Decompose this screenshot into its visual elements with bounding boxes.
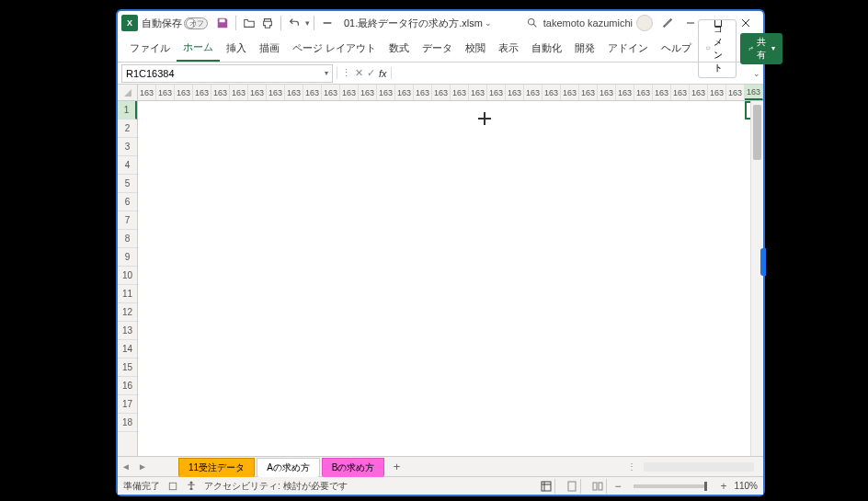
ribbon-mode-icon[interactable] — [658, 14, 677, 32]
sheet-menu-icon[interactable]: ⋮ — [620, 461, 644, 472]
column-header[interactable]: 163 — [561, 85, 579, 100]
row-header[interactable]: 12 — [118, 303, 137, 322]
column-header[interactable]: 163 — [359, 85, 377, 100]
column-header[interactable]: 163 — [340, 85, 359, 100]
cancel-formula-icon[interactable]: ✕ — [355, 67, 363, 79]
macro-record-icon[interactable] — [167, 481, 178, 492]
tab-home[interactable]: ホーム — [177, 35, 220, 62]
cells-area[interactable] — [138, 101, 763, 456]
insert-function-icon[interactable]: fx — [379, 68, 387, 79]
tab-draw[interactable]: 描画 — [253, 36, 286, 61]
row-header[interactable]: 13 — [118, 322, 137, 340]
tab-file[interactable]: ファイル — [123, 36, 177, 61]
undo-icon[interactable] — [285, 14, 303, 32]
column-header[interactable]: 163 — [506, 85, 524, 100]
tab-addins[interactable]: アドイン — [601, 36, 655, 61]
normal-view-icon[interactable] — [537, 479, 555, 494]
account-avatar[interactable] — [636, 15, 653, 31]
zoom-out-button[interactable]: − — [614, 480, 621, 493]
column-header[interactable]: 163 — [156, 85, 175, 100]
zoom-slider[interactable] — [634, 484, 707, 488]
open-icon[interactable] — [240, 14, 258, 32]
filename[interactable]: 01.最終データ行の求め方.xlsm — [344, 17, 483, 30]
undo-dropdown-icon[interactable]: ▾ — [305, 18, 310, 28]
name-box-dropdown-icon[interactable]: ▾ — [325, 69, 328, 77]
column-header[interactable]: 163 — [524, 85, 542, 100]
formula-input[interactable] — [392, 64, 750, 83]
accessibility-icon[interactable] — [186, 480, 197, 493]
zoom-level[interactable]: 110% — [734, 481, 758, 491]
tab-automate[interactable]: 自動化 — [525, 36, 568, 61]
row-header[interactable]: 3 — [118, 138, 137, 156]
sheet-nav-prev-icon[interactable]: ◄ — [118, 461, 134, 472]
column-header[interactable]: 163 — [634, 85, 653, 100]
row-header[interactable]: 4 — [118, 156, 137, 175]
vertical-scrollbar[interactable] — [750, 101, 763, 456]
column-header[interactable]: 163 — [745, 85, 763, 100]
row-header[interactable]: 6 — [118, 193, 137, 211]
scrollbar-thumb[interactable] — [753, 105, 761, 160]
select-all-corner[interactable] — [118, 85, 138, 100]
row-header[interactable]: 14 — [118, 340, 137, 359]
horizontal-scrollbar[interactable] — [644, 462, 754, 472]
sheet-tab-3[interactable]: Bの求め方 — [322, 458, 385, 477]
column-header[interactable]: 163 — [193, 85, 211, 100]
row-header[interactable]: 16 — [118, 377, 137, 395]
row-header[interactable]: 11 — [118, 285, 137, 303]
column-header[interactable]: 163 — [708, 85, 726, 100]
column-header[interactable]: 163 — [671, 85, 690, 100]
sheet-tab-1[interactable]: 11受注データ — [178, 458, 255, 477]
tab-developer[interactable]: 開発 — [568, 36, 601, 61]
tab-help[interactable]: ヘルプ — [655, 36, 698, 61]
column-header[interactable]: 163 — [598, 85, 616, 100]
column-header[interactable]: 163 — [248, 85, 267, 100]
tab-insert[interactable]: 挿入 — [220, 36, 253, 61]
more-icon[interactable]: ⋮ — [341, 67, 351, 79]
row-header[interactable]: 8 — [118, 230, 137, 248]
column-header[interactable]: 163 — [469, 85, 487, 100]
row-header[interactable]: 17 — [118, 395, 137, 414]
tab-data[interactable]: データ — [416, 36, 459, 61]
filename-dropdown-icon[interactable]: ⌄ — [485, 18, 492, 28]
column-header[interactable]: 163 — [267, 85, 285, 100]
column-header[interactable]: 163 — [395, 85, 414, 100]
column-header[interactable]: 163 — [579, 85, 598, 100]
share-button[interactable]: 共有 ▾ — [740, 33, 782, 64]
qat-customize-icon[interactable] — [318, 14, 337, 32]
column-header[interactable]: 163 — [487, 85, 506, 100]
column-header[interactable]: 163 — [690, 85, 708, 100]
tab-view[interactable]: 表示 — [492, 36, 525, 61]
column-header[interactable]: 163 — [175, 85, 193, 100]
column-header[interactable]: 163 — [653, 85, 671, 100]
row-header[interactable]: 5 — [118, 175, 137, 193]
column-header[interactable]: 163 — [211, 85, 230, 100]
page-layout-view-icon[interactable] — [563, 479, 581, 494]
column-header[interactable]: 163 — [451, 85, 469, 100]
row-header[interactable]: 2 — [118, 120, 137, 138]
column-header[interactable]: 163 — [322, 85, 340, 100]
sheet-nav-next-icon[interactable]: ► — [134, 461, 151, 472]
row-header[interactable]: 18 — [118, 414, 137, 432]
row-header[interactable]: 1 — [118, 101, 137, 120]
tab-review[interactable]: 校閲 — [459, 36, 492, 61]
quick-print-icon[interactable] — [258, 14, 277, 32]
accept-formula-icon[interactable]: ✓ — [367, 67, 375, 79]
column-header[interactable]: 163 — [230, 85, 248, 100]
page-break-view-icon[interactable] — [588, 479, 607, 494]
row-header[interactable]: 9 — [118, 248, 137, 267]
column-header[interactable]: 163 — [414, 85, 432, 100]
add-sheet-button[interactable]: + — [386, 460, 406, 473]
row-header[interactable]: 10 — [118, 267, 137, 285]
accessibility-status[interactable]: アクセシビリティ: 検討が必要です — [204, 480, 348, 493]
column-header[interactable]: 163 — [303, 85, 322, 100]
window-resize-handle[interactable] — [760, 248, 766, 276]
save-icon[interactable] — [213, 14, 232, 32]
column-header[interactable]: 163 — [542, 85, 561, 100]
row-header[interactable]: 7 — [118, 211, 137, 230]
column-header[interactable]: 163 — [138, 85, 156, 100]
column-header[interactable]: 163 — [377, 85, 395, 100]
name-box[interactable]: R1C16384 ▾ — [121, 64, 333, 83]
search-icon[interactable] — [526, 17, 538, 30]
tab-formulas[interactable]: 数式 — [383, 36, 416, 61]
formula-expand-icon[interactable]: ⌄ — [750, 69, 763, 78]
